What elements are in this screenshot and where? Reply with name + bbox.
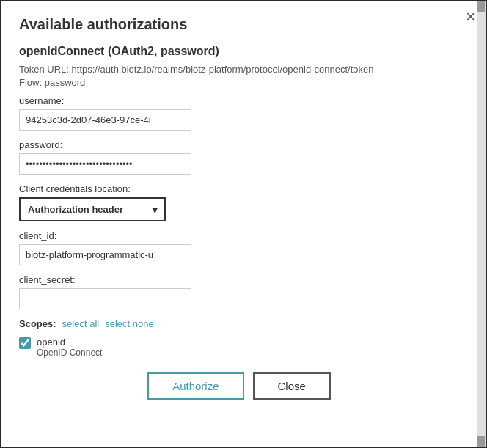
select-all-link[interactable]: select all <box>62 318 100 329</box>
button-row: Authorize Close <box>19 372 459 407</box>
credentials-select[interactable]: Authorization headerRequest body <box>19 197 166 221</box>
modal-container: Available authorizations × openIdConnect… <box>1 1 486 447</box>
close-icon[interactable]: × <box>466 9 475 25</box>
token-url-line: Token URL: https://auth.biotz.io/realms/… <box>19 64 459 75</box>
modal-overlay: Available authorizations × openIdConnect… <box>0 0 487 448</box>
modal-title: Available authorizations <box>19 16 459 33</box>
client-id-group: client_id: <box>19 230 459 265</box>
flow-label: Flow: password <box>19 77 459 88</box>
password-group: password: <box>19 139 459 175</box>
credentials-group: Client credentials location: Authorizati… <box>19 183 459 221</box>
scope-desc-openid: OpenID Connect <box>37 348 102 358</box>
client-secret-label: client_secret: <box>19 274 459 285</box>
client-secret-group: client_secret: <box>19 274 459 309</box>
scope-item-openid: openid OpenID Connect <box>19 337 459 358</box>
scope-text-group: openid OpenID Connect <box>37 337 102 358</box>
password-input[interactable] <box>19 153 191 175</box>
credentials-select-wrapper: Authorization headerRequest body ▼ <box>19 197 166 221</box>
client-secret-input[interactable] <box>19 288 191 309</box>
username-label: username: <box>19 95 459 106</box>
scopes-label: Scopes: <box>19 318 56 329</box>
scrollbar-thumb-bottom[interactable] <box>477 436 485 447</box>
scope-name-openid: openid <box>37 337 102 348</box>
username-group: username: <box>19 95 459 131</box>
close-button[interactable]: Close <box>253 372 331 400</box>
section-title: openIdConnect (OAuth2, password) <box>19 45 459 58</box>
authorize-button[interactable]: Authorize <box>147 372 244 400</box>
scopes-row: Scopes: select all select none <box>19 318 459 329</box>
username-input[interactable] <box>19 109 191 131</box>
scrollbar-track[interactable] <box>477 1 486 447</box>
token-url-value: https://auth.biotz.io/realms/biotz-platf… <box>72 64 374 75</box>
modal-body: Available authorizations × openIdConnect… <box>1 1 477 447</box>
client-id-input[interactable] <box>19 244 191 265</box>
credentials-label: Client credentials location: <box>19 183 459 194</box>
password-label: password: <box>19 139 459 150</box>
scope-checkbox-openid[interactable] <box>19 337 31 349</box>
client-id-label: client_id: <box>19 230 459 241</box>
select-none-link[interactable]: select none <box>105 318 154 329</box>
token-url-label: Token URL: <box>19 64 69 75</box>
scrollbar-thumb-top[interactable] <box>477 1 485 12</box>
